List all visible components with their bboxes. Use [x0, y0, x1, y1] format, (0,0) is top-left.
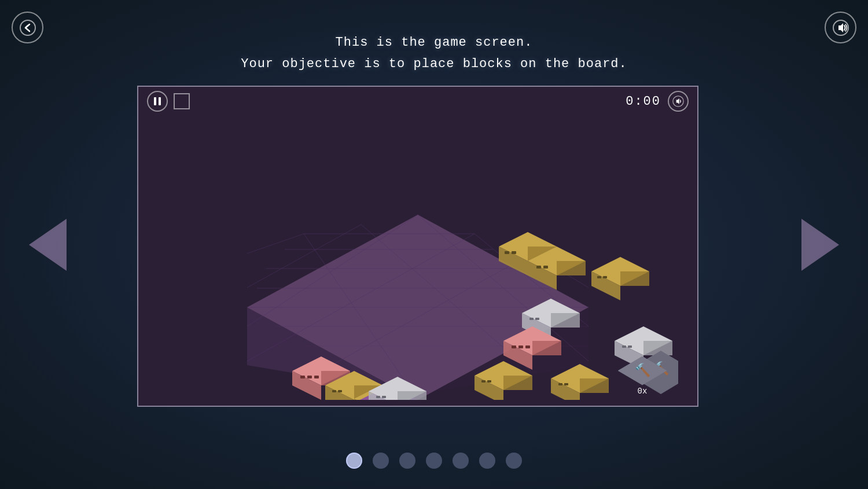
- svg-rect-45: [525, 345, 530, 348]
- pagination-dot-2[interactable]: [373, 453, 389, 469]
- svg-marker-78: [398, 391, 426, 400]
- svg-marker-73: [580, 378, 609, 393]
- svg-rect-60: [332, 390, 336, 392]
- sound-button-hud[interactable]: [668, 91, 689, 112]
- title-line2: Your objective is to place blocks on the…: [0, 53, 868, 75]
- left-arrow-icon: [29, 219, 67, 271]
- svg-rect-39: [535, 318, 539, 320]
- hammer-count: 0x: [638, 387, 648, 396]
- svg-rect-27: [512, 251, 516, 254]
- svg-rect-71: [487, 380, 491, 383]
- svg-rect-81: [382, 396, 386, 398]
- board-svg: 🔨: [157, 122, 678, 400]
- pause-icon: [154, 97, 161, 105]
- pagination-dot-6[interactable]: [479, 453, 495, 469]
- iso-scene: 🔨 🔨 0x: [157, 122, 678, 400]
- svg-rect-61: [338, 390, 342, 392]
- svg-rect-56: [314, 376, 319, 378]
- svg-rect-55: [307, 376, 312, 378]
- board-container: 🔨 🔨 0x: [138, 116, 697, 406]
- svg-rect-33: [597, 276, 601, 278]
- score-box: [174, 93, 190, 109]
- pause-button[interactable]: [147, 91, 168, 112]
- game-frame: 0:00: [137, 86, 698, 407]
- svg-marker-41: [532, 341, 561, 355]
- svg-rect-80: [376, 396, 380, 398]
- right-arrow-icon: [801, 219, 839, 271]
- svg-rect-70: [481, 380, 486, 383]
- nav-arrow-left[interactable]: [29, 219, 67, 271]
- svg-rect-44: [518, 345, 523, 348]
- svg-marker-31: [620, 271, 649, 286]
- svg-rect-75: [558, 383, 562, 385]
- svg-marker-24: [557, 261, 586, 275]
- svg-marker-36: [551, 313, 580, 328]
- hud-right: 0:00: [626, 91, 689, 112]
- pagination-dot-4[interactable]: [426, 453, 442, 469]
- svg-rect-28: [536, 266, 541, 269]
- svg-rect-38: [529, 318, 534, 320]
- pagination-dot-7[interactable]: [506, 453, 522, 469]
- svg-marker-68: [503, 376, 532, 390]
- hammer-count-container: 🔨 0x: [613, 356, 671, 397]
- title-line1: This is the game screen.: [0, 32, 868, 53]
- svg-rect-26: [505, 251, 509, 254]
- timer-display: 0:00: [626, 94, 661, 109]
- svg-rect-43: [512, 345, 516, 348]
- svg-rect-54: [300, 376, 305, 378]
- game-hud: 0:00: [138, 87, 697, 116]
- svg-rect-76: [564, 383, 568, 385]
- pagination-dot-1[interactable]: [346, 453, 362, 469]
- svg-rect-29: [543, 266, 548, 269]
- svg-rect-49: [622, 345, 626, 348]
- title-area: This is the game screen. Your objective …: [0, 32, 868, 75]
- pagination: [0, 453, 868, 469]
- svg-rect-34: [603, 276, 607, 278]
- svg-rect-50: [628, 345, 632, 348]
- nav-arrow-right[interactable]: [801, 219, 839, 271]
- pagination-dot-5[interactable]: [453, 453, 469, 469]
- pagination-dot-3[interactable]: [399, 453, 415, 469]
- svg-line-19: [247, 234, 304, 253]
- block-yellow-right: [591, 257, 649, 300]
